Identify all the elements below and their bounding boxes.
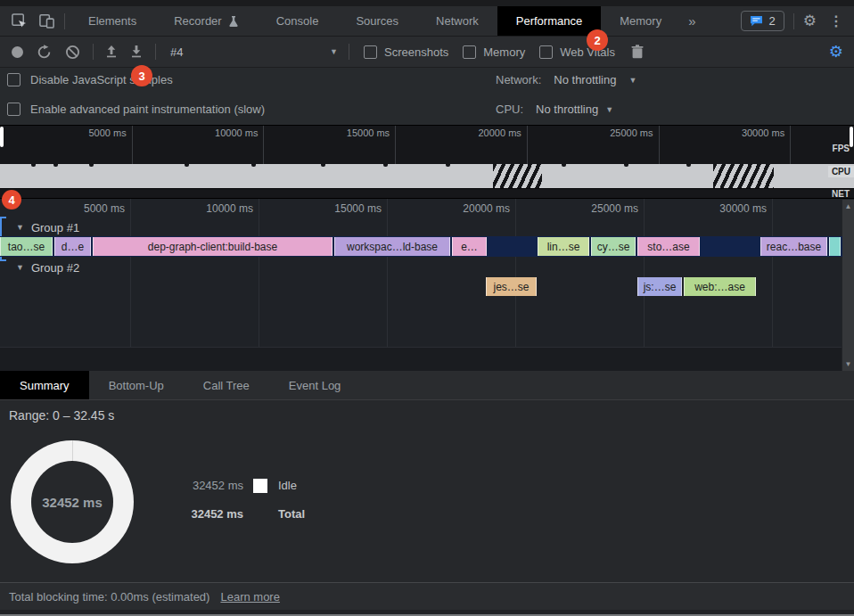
more-tabs-chevron-icon[interactable]: » [680,6,703,36]
feedback-chat-button[interactable]: 2 [741,11,784,31]
flame-bar-sto-ase[interactable]: sto…ase [637,237,700,256]
flame-chart-scrollbar[interactable]: ▲ ▼ [842,200,854,371]
cpu-throttling-value: No throttling [536,103,598,116]
flame-bar-tao-se[interactable]: tao…se [0,237,53,256]
tab-recorder[interactable]: Recorder [155,6,257,36]
cpu-throttling-select[interactable]: CPU: No throttling ▼ [496,103,613,116]
web-vitals-checkbox[interactable] [539,45,553,59]
tab-sources[interactable]: Sources [337,6,417,36]
flame-bar-jes-se[interactable]: jes…se [486,277,537,296]
overview-cpu-track[interactable]: CPU [0,164,854,188]
flame-grid-line [130,199,131,347]
memory-checkbox[interactable] [463,45,476,59]
toolbar-checkbox-screenshots[interactable]: Screenshots [364,45,448,59]
summary-range: Range: 0 – 32.45 s [9,408,114,423]
capture-settings-panel: Disable JavaScript samples Enable advanc… [0,68,854,125]
flame-bar-workspac-ld-base[interactable]: workspac…ld-base [334,237,450,256]
flame-chart-empty-area [0,347,842,372]
tab-elements[interactable]: Elements [70,6,155,36]
paint-instrumentation-row[interactable]: Enable advanced paint instrumentation (s… [7,103,265,116]
overview-tick-label: 15000 ms [347,127,395,138]
tab-performance[interactable]: Performance [497,6,601,36]
more-options-kebab-icon[interactable]: ⋮ [825,14,847,29]
overview-tick [527,126,528,164]
save-profile-icon[interactable] [129,45,144,59]
tab-label: Elements [88,14,136,28]
overview-tick [790,126,791,164]
cpu-throttling-label: CPU: [496,103,523,116]
overview-tick [659,126,660,164]
flame-bar-js-se[interactable]: js:…se [637,277,682,296]
scroll-down-icon[interactable]: ▼ [842,360,854,368]
legend-value: 32452 ms [134,507,243,521]
legend-value: 32452 ms [134,479,243,492]
flame-grid-line [515,199,516,347]
tab-network[interactable]: Network [417,6,497,36]
window-bottom-edge [0,610,854,616]
overview-cpu-track-label: CPU [828,166,854,177]
record-button[interactable] [12,46,23,58]
timeline-overview[interactable]: FPS CPU NET 5000 ms10000 ms15000 ms20000… [0,125,854,199]
flame-tick-label: 5000 ms [84,202,130,215]
flask-icon [228,15,239,28]
screenshots-checkbox[interactable] [364,45,377,59]
collapse-triangle-icon: ▼ [16,223,24,232]
cpu-activity-bump [686,164,691,167]
flame-bar-web-ase[interactable]: web:…ase [684,277,756,296]
settings-gear-icon[interactable]: ⚙ [803,13,817,29]
network-throttling-value: No throttling [554,73,616,86]
overview-tick-label: 30000 ms [742,127,790,138]
group-header-group-2[interactable]: ▼Group #2 [16,260,79,275]
details-tab-event-log[interactable]: Event Log [269,371,361,399]
flame-chart[interactable]: ▲ ▼ 5000 ms10000 ms15000 ms20000 ms25000… [0,198,854,371]
details-tab-call-tree[interactable]: Call Tree [184,371,269,399]
flame-bar-cy-se[interactable]: cy…se [591,237,636,256]
cpu-idle-hatch [493,164,542,188]
flame-bar-reac-base[interactable]: reac…base [760,237,827,256]
group-label: Group #1 [31,221,79,234]
session-selector-value: #4 [170,45,183,59]
learn-more-link[interactable]: Learn more [220,590,279,604]
cpu-activity-bump [321,164,325,167]
group-header-group-1[interactable]: ▼Group #1 [16,220,79,234]
toolbar-divider [93,44,94,60]
donut-center-value: 32452 ms [42,495,103,510]
step-badge-4: 4 [2,190,21,209]
window-top-strip [0,0,854,6]
flame-bar-lin-se[interactable]: lin…se [538,237,589,256]
garbage-collect-icon[interactable] [631,45,644,59]
cpu-activity-bump [446,164,450,167]
toolbar-checkbox-memory[interactable]: Memory [463,45,525,59]
disable-js-samples-checkbox[interactable] [7,73,21,86]
scroll-up-icon[interactable]: ▲ [842,202,854,210]
flame-bar-dep-graph-client-build-base[interactable]: dep-graph-client:build-base [93,237,333,256]
device-toolbar-icon[interactable] [37,12,56,31]
collapse-triangle-icon: ▼ [16,263,24,272]
tab-console[interactable]: Console [258,6,338,36]
load-profile-icon[interactable] [104,45,119,59]
toolbar-divider [793,13,794,29]
details-tab-bottom-up[interactable]: Bottom-Up [89,371,184,399]
flame-bar[interactable] [829,237,841,256]
flame-bar-d-e[interactable]: d…e [54,237,91,256]
summary-pane: Range: 0 – 32.45 s 32452 ms 32452 msIdle… [0,400,854,582]
performance-toolbar: #4 ▼ ScreenshotsMemoryWeb Vitals ⚙ [0,37,854,68]
paint-instrumentation-checkbox[interactable] [7,103,21,116]
overview-right-handle[interactable] [850,127,853,147]
chat-count: 2 [769,14,776,28]
session-selector[interactable]: #4 ▼ [167,44,341,61]
details-tab-summary[interactable]: Summary [0,371,89,399]
tab-label: Recorder [174,14,221,28]
reload-and-record-icon[interactable] [37,45,52,60]
capture-settings-gear-icon[interactable]: ⚙ [829,44,843,60]
cpu-activity-bump [624,164,628,167]
overview-left-handle[interactable] [0,127,4,147]
tab-memory[interactable]: Memory [601,6,680,36]
inspect-element-icon[interactable] [9,12,29,31]
network-throttling-select[interactable]: Network: No throttling ▼ [496,73,636,86]
cpu-activity-bump [89,164,94,167]
cpu-activity-bump [53,164,58,167]
legend-label: Total [278,507,305,521]
flame-bar-e[interactable]: e… [452,237,487,256]
clear-recording-icon[interactable] [65,45,80,60]
